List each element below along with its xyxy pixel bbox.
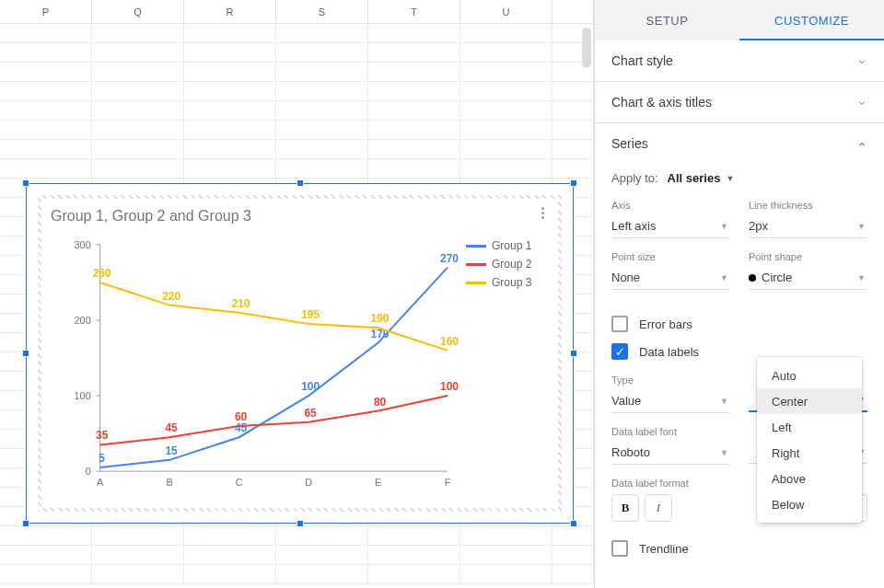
grid-cell[interactable] xyxy=(184,121,276,139)
grid-cell[interactable] xyxy=(184,63,276,81)
grid-cell[interactable] xyxy=(0,24,92,42)
tab-setup[interactable]: SETUP xyxy=(595,0,739,40)
chart-title[interactable]: Group 1, Group 2 and Group 3 xyxy=(41,199,558,225)
grid-cell[interactable] xyxy=(368,82,460,100)
grid-cell[interactable] xyxy=(552,159,594,178)
resize-handle-se[interactable] xyxy=(570,520,577,527)
point-size-dropdown[interactable]: None ▼ xyxy=(611,266,730,290)
grid-cell[interactable] xyxy=(92,63,184,81)
grid-cell[interactable] xyxy=(276,43,368,62)
grid-cell[interactable] xyxy=(92,526,184,545)
axis-dropdown[interactable]: Left axis ▼ xyxy=(611,214,730,238)
grid-cell[interactable] xyxy=(0,140,92,158)
grid-cell[interactable] xyxy=(184,101,276,120)
position-option[interactable]: Auto xyxy=(757,363,862,388)
position-dropdown-menu[interactable]: AutoCenterLeftRightAboveBelow xyxy=(757,357,862,523)
grid-cell[interactable] xyxy=(368,526,460,545)
grid-cell[interactable] xyxy=(368,121,460,139)
grid-cell[interactable] xyxy=(368,43,460,62)
grid-cell[interactable] xyxy=(460,24,552,42)
grid-cell[interactable] xyxy=(92,101,184,120)
grid-cell[interactable] xyxy=(92,82,184,100)
grid-cell[interactable] xyxy=(552,526,594,545)
grid-cell[interactable] xyxy=(552,140,594,158)
grid-cell[interactable] xyxy=(460,140,552,158)
type-dropdown[interactable]: Value ▼ xyxy=(611,389,730,413)
column-header[interactable]: R xyxy=(184,0,276,23)
data-labels-checkbox[interactable] xyxy=(611,343,628,360)
position-option[interactable]: Left xyxy=(757,414,862,440)
grid-cell[interactable] xyxy=(92,24,184,42)
grid-cell[interactable] xyxy=(184,82,276,100)
grid-cell[interactable] xyxy=(92,121,184,139)
grid-cell[interactable] xyxy=(276,101,368,120)
grid-cell[interactable] xyxy=(92,565,184,583)
grid-cell[interactable] xyxy=(92,546,184,564)
grid-cell[interactable] xyxy=(552,546,594,564)
column-header[interactable]: Q xyxy=(92,0,184,23)
grid-cell[interactable] xyxy=(460,121,552,139)
grid-cell[interactable] xyxy=(0,101,92,120)
resize-handle-e[interactable] xyxy=(570,350,577,357)
vertical-scrollbar[interactable] xyxy=(580,24,593,79)
data-label-font-dropdown[interactable]: Roboto ▼ xyxy=(611,441,730,465)
resize-handle-s[interactable] xyxy=(297,520,304,527)
grid-cell[interactable] xyxy=(552,101,594,120)
grid-cell[interactable] xyxy=(368,159,460,178)
grid-cell[interactable] xyxy=(92,140,184,158)
position-option[interactable]: Right xyxy=(757,440,862,466)
resize-handle-nw[interactable] xyxy=(22,179,29,187)
grid-cell[interactable] xyxy=(276,565,368,583)
grid-cell[interactable] xyxy=(0,546,92,564)
legend-item[interactable]: Group 1 xyxy=(466,239,549,252)
grid-cell[interactable] xyxy=(368,565,460,583)
grid-cell[interactable] xyxy=(276,82,368,100)
grid-cell[interactable] xyxy=(460,526,552,545)
column-header[interactable]: T xyxy=(368,0,460,23)
grid-cell[interactable] xyxy=(92,159,184,178)
error-bars-checkbox[interactable] xyxy=(611,316,628,332)
section-chart-style[interactable]: Chart style xyxy=(611,40,867,81)
grid-cell[interactable] xyxy=(184,159,276,178)
grid-cell[interactable] xyxy=(184,565,276,583)
resize-handle-ne[interactable] xyxy=(570,179,577,187)
grid-cell[interactable] xyxy=(92,43,184,62)
grid-cell[interactable] xyxy=(460,82,552,100)
grid-cell[interactable] xyxy=(276,159,368,178)
grid-cell[interactable] xyxy=(552,82,594,100)
grid-cell[interactable] xyxy=(368,546,460,564)
column-header[interactable]: U xyxy=(460,0,552,23)
position-option[interactable]: Above xyxy=(757,466,862,491)
trendline-checkbox[interactable] xyxy=(611,540,628,557)
grid-cell[interactable] xyxy=(460,159,552,178)
chart-menu-icon[interactable] xyxy=(534,204,551,221)
position-option[interactable]: Below xyxy=(757,491,862,517)
grid-cell[interactable] xyxy=(460,565,552,583)
grid-cell[interactable] xyxy=(0,82,92,100)
grid-cell[interactable] xyxy=(0,63,92,81)
grid-cell[interactable] xyxy=(276,24,368,42)
grid-cell[interactable] xyxy=(0,565,92,583)
grid-cell[interactable] xyxy=(276,140,368,158)
position-option[interactable]: Center xyxy=(757,388,862,414)
grid-cell[interactable] xyxy=(276,546,368,564)
grid-cell[interactable] xyxy=(460,63,552,81)
section-series[interactable]: Series xyxy=(611,123,867,164)
grid-cell[interactable] xyxy=(368,63,460,81)
chart-plot-area[interactable]: 0100200300ABCDEF515451001702703545606580… xyxy=(54,236,457,491)
section-chart-axis-titles[interactable]: Chart & axis titles xyxy=(611,82,867,122)
apply-to-dropdown[interactable]: All series ▼ xyxy=(668,171,735,185)
grid-cell[interactable] xyxy=(368,140,460,158)
resize-handle-n[interactable] xyxy=(297,179,304,187)
point-shape-dropdown[interactable]: Circle ▼ xyxy=(749,266,867,290)
legend-item[interactable]: Group 3 xyxy=(466,276,549,289)
column-header[interactable] xyxy=(552,0,594,23)
grid-cell[interactable] xyxy=(460,101,552,120)
grid-cell[interactable] xyxy=(184,546,276,564)
grid-cell[interactable] xyxy=(0,526,92,545)
grid-cell[interactable] xyxy=(184,140,276,158)
tab-customize[interactable]: CUSTOMIZE xyxy=(739,0,884,40)
grid-cell[interactable] xyxy=(184,43,276,62)
grid-cell[interactable] xyxy=(552,565,594,583)
italic-button[interactable]: I xyxy=(645,494,672,522)
